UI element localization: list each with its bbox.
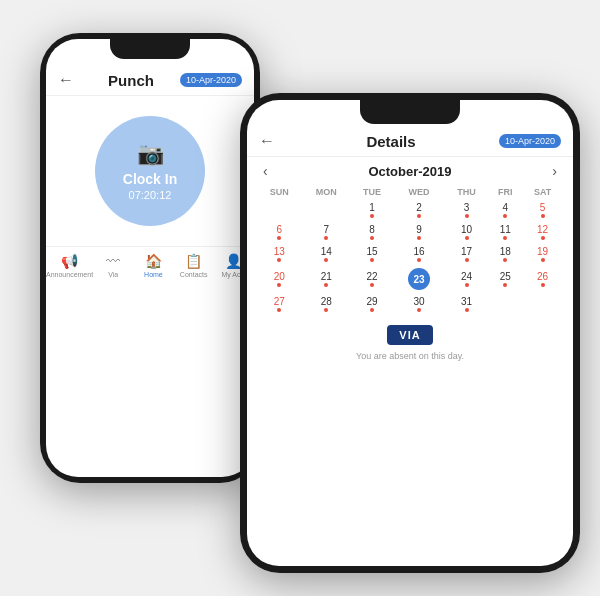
table-row[interactable]: 29	[351, 293, 393, 315]
table-row[interactable]: 31	[445, 293, 488, 315]
cal-next-button[interactable]: ›	[546, 163, 563, 179]
announcement-icon: 📢	[61, 253, 78, 269]
phone1-content: 📷 Clock In 07:20:12	[46, 96, 254, 246]
cal-header-thu: THU	[445, 185, 488, 199]
camera-icon: 📷	[137, 141, 164, 167]
cal-header-sat: SAT	[522, 185, 563, 199]
phone1-header: ← Punch 10-Apr-2020	[46, 67, 254, 96]
table-row[interactable]: 27	[257, 293, 302, 315]
table-row[interactable]: 6	[257, 221, 302, 243]
back-button[interactable]: ←	[58, 71, 82, 89]
clock-in-time: 07:20:12	[129, 189, 172, 201]
nav-contacts-label: Contacts	[180, 271, 208, 278]
phone2-header: ← Details 10-Apr-2020	[247, 128, 573, 157]
home-icon: 🏠	[145, 253, 162, 269]
table-row[interactable]: 20	[257, 265, 302, 293]
phone1-date-badge: 10-Apr-2020	[180, 73, 242, 87]
phone1-notch	[110, 39, 190, 59]
table-row[interactable]: 23	[393, 265, 445, 293]
cal-header-sun: SUN	[257, 185, 302, 199]
phone1-bottom-nav: 📢 Announcement 〰 Via 🏠 Home 📋 Contacts 👤	[46, 246, 254, 282]
cal-prev-button[interactable]: ‹	[257, 163, 274, 179]
table-row[interactable]: 18	[488, 243, 522, 265]
table-row[interactable]: 30	[393, 293, 445, 315]
table-row[interactable]	[257, 199, 302, 221]
nav-home-label: Home	[144, 271, 163, 278]
cal-header-wed: WED	[393, 185, 445, 199]
table-row[interactable]: 5	[522, 199, 563, 221]
calendar-grid: SUN MON TUE WED THU FRI SAT 123456789101…	[257, 185, 563, 315]
via-logo-box: VIA	[247, 325, 573, 345]
nav-via[interactable]: 〰 Via	[93, 253, 133, 278]
table-row[interactable]: 16	[393, 243, 445, 265]
table-row[interactable]: 22	[351, 265, 393, 293]
table-row[interactable]: 13	[257, 243, 302, 265]
table-row[interactable]: 17	[445, 243, 488, 265]
table-row[interactable]: 28	[302, 293, 351, 315]
table-row[interactable]: 8	[351, 221, 393, 243]
cal-header-fri: FRI	[488, 185, 522, 199]
table-row[interactable]: 21	[302, 265, 351, 293]
clock-in-button[interactable]: 📷 Clock In 07:20:12	[95, 116, 205, 226]
table-row[interactable]	[522, 293, 563, 315]
table-row[interactable]: 11	[488, 221, 522, 243]
phone2-frame: ← Details 10-Apr-2020 ‹ October-2019 › S…	[240, 93, 580, 573]
phone2-back-button[interactable]: ←	[259, 132, 283, 150]
table-row[interactable]: 25	[488, 265, 522, 293]
cal-header-mon: MON	[302, 185, 351, 199]
nav-announcement-label: Announcement	[46, 271, 93, 278]
phone2-screen: ← Details 10-Apr-2020 ‹ October-2019 › S…	[247, 100, 573, 566]
table-row[interactable]: 4	[488, 199, 522, 221]
clock-in-label: Clock In	[123, 171, 177, 187]
nav-contacts[interactable]: 📋 Contacts	[174, 253, 214, 278]
phone1-screen: ← Punch 10-Apr-2020 📷 Clock In 07:20:12 …	[46, 39, 254, 477]
cal-month-title: October-2019	[368, 164, 451, 179]
scene: ← Punch 10-Apr-2020 📷 Clock In 07:20:12 …	[20, 13, 580, 583]
phone2-notch	[360, 100, 460, 124]
table-row[interactable]: 10	[445, 221, 488, 243]
table-row[interactable]	[302, 199, 351, 221]
table-row[interactable]	[488, 293, 522, 315]
nav-via-label: Via	[108, 271, 118, 278]
phone1-frame: ← Punch 10-Apr-2020 📷 Clock In 07:20:12 …	[40, 33, 260, 483]
via-icon: 〰	[106, 253, 120, 269]
phone2-date-badge: 10-Apr-2020	[499, 134, 561, 148]
table-row[interactable]: 3	[445, 199, 488, 221]
table-row[interactable]: 9	[393, 221, 445, 243]
phone1-title: Punch	[82, 72, 180, 89]
table-row[interactable]: 19	[522, 243, 563, 265]
table-row[interactable]: 7	[302, 221, 351, 243]
table-row[interactable]: 14	[302, 243, 351, 265]
phone2-title: Details	[283, 133, 499, 150]
table-row[interactable]: 26	[522, 265, 563, 293]
contacts-icon: 📋	[185, 253, 202, 269]
table-row[interactable]: 1	[351, 199, 393, 221]
table-row[interactable]: 15	[351, 243, 393, 265]
table-row[interactable]: 2	[393, 199, 445, 221]
calendar-nav: ‹ October-2019 ›	[257, 163, 563, 179]
nav-home[interactable]: 🏠 Home	[133, 253, 173, 278]
nav-announcement[interactable]: 📢 Announcement	[46, 253, 93, 278]
absent-text: You are absent on this day.	[247, 349, 573, 363]
table-row[interactable]: 12	[522, 221, 563, 243]
calendar-section: ‹ October-2019 › SUN MON TUE WED THU FRI	[247, 157, 573, 319]
via-logo: VIA	[387, 325, 432, 345]
cal-header-tue: TUE	[351, 185, 393, 199]
table-row[interactable]: 24	[445, 265, 488, 293]
